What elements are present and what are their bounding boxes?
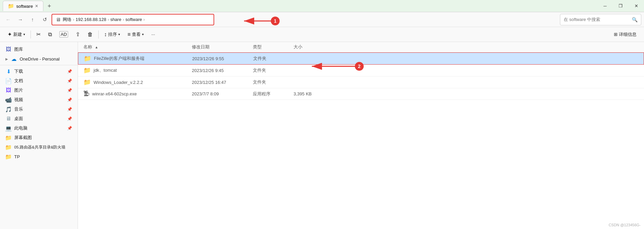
file-content: 名称 ▲ 修改日期 类型 大小 📁 FileZille的客户端和服务端 2023… [78,42,644,229]
sidebar-item-gallery[interactable]: 🖼 图库 [0,45,78,54]
sidebar-item-desktop[interactable]: 🖥 桌面 📌 [0,114,78,123]
search-icon: 🔍 [632,17,638,22]
paste-button[interactable]: AD [56,29,72,39]
file-name-winloader: 📁 Windows_Loader_v.2.2.2 [83,78,192,86]
watermark: CSDN @123456G- [609,223,641,227]
navigation-bar: ← → ↑ ↺ 🖥 网络 › 192.168.88.128 › share › … [0,12,644,27]
more-button[interactable]: ··· [148,30,158,39]
title-bar-left: 📁 software ✕ + [3,0,597,12]
active-tab[interactable]: 📁 software ✕ [3,1,43,11]
address-bar[interactable]: 🖥 网络 › 192.168.88.128 › share › software… [52,14,214,25]
forward-button[interactable]: → [15,14,26,25]
tab-folder-icon: 📁 [8,3,14,9]
onedrive-icon: ☁ [11,56,17,62]
sidebar-label-videos: 视频 [14,97,23,103]
sidebar-item-pictures[interactable]: 🖼 图片 📌 [0,86,78,95]
cut-button[interactable]: ✂ [33,29,44,39]
sidebar-item-screenshot[interactable]: 📁 屏幕截图 [0,133,78,142]
file-row-filezilla[interactable]: 📁 FileZille的客户端和服务端 2023/12/26 9:55 文件夹 [78,52,644,65]
header-type[interactable]: 类型 [253,44,294,50]
view-icon: ≡ [127,31,130,38]
header-size[interactable]: 大小 [294,44,327,50]
header-date[interactable]: 修改日期 [192,44,253,50]
sidebar-label-router: 05.路由器&共享目录&防火墙 [14,145,65,150]
breadcrumb-network: 网络 [63,17,72,23]
file-name-filezilla: 📁 FileZille的客户端和服务端 [84,55,192,62]
sidebar-item-router[interactable]: 📁 05.路由器&共享目录&防火墙 [0,142,78,152]
breadcrumb-sep-3: › [123,17,124,22]
tab-close-button[interactable]: ✕ [35,4,38,8]
tp-icon: 📁 [5,154,12,160]
delete-button[interactable]: 🗑 [84,30,96,39]
sidebar-label-download: 下载 [14,68,23,74]
videos-icon: 📹 [5,97,12,103]
detail-info-button[interactable]: ⊞ 详细信息 [610,30,640,39]
view-label: 查看 [132,31,141,38]
view-chevron-icon: ▾ [142,32,144,36]
back-button[interactable]: ← [3,14,14,25]
desktop-icon: 🖥 [5,116,12,122]
header-name[interactable]: 名称 ▲ [83,44,192,50]
share-button[interactable]: ⇪ [72,29,83,39]
sidebar-label-pictures: 图片 [14,87,23,93]
screenshot-icon: 📁 [5,135,12,141]
address-computer-icon: 🖥 [56,17,61,22]
file-size-winrar: 3,395 KB [294,91,327,96]
sidebar-item-documents[interactable]: 📄 文档 📌 [0,76,78,86]
file-date-winloader: 2023/12/25 16:47 [192,80,253,85]
sort-button[interactable]: ↕ 排序 ▾ [101,30,123,39]
file-row-winloader[interactable]: 📁 Windows_Loader_v.2.2.2 2023/12/25 16:4… [78,76,644,88]
view-button[interactable]: ≡ 查看 ▾ [124,30,147,39]
breadcrumb-sep-1: › [73,17,74,22]
folder-icon-winloader: 📁 [83,78,91,86]
music-icon: 🎵 [5,106,12,112]
detail-info-icon: ⊞ [614,32,618,37]
file-date-winrar: 2023/7/7 8:09 [192,91,253,96]
copy-button[interactable]: ⧉ [45,30,55,39]
sidebar-item-music[interactable]: 🎵 音乐 📌 [0,105,78,114]
download-icon: ⬇ [5,68,12,74]
separator-1 [31,30,31,39]
pin-icon-download: 📌 [67,69,72,74]
sort-label: 排序 [108,31,117,38]
sidebar-label-thispc: 此电脑 [14,125,27,131]
search-box[interactable]: 🔍 [560,14,641,25]
title-bar: 📁 software ✕ + ─ ❐ ✕ [0,0,644,12]
breadcrumb-sep-4: › [143,17,145,22]
file-type-filezilla: 文件夹 [253,55,294,62]
up-button[interactable]: ↑ [27,14,38,25]
search-input[interactable] [564,17,630,22]
sidebar-label-documents: 文档 [14,78,23,84]
sidebar-item-thispc[interactable]: 💻 此电脑 📌 [0,123,78,133]
separator-2 [98,30,99,39]
new-button[interactable]: ✦ 新建 ▾ [4,29,28,39]
window-controls: ─ ❐ ✕ [597,0,644,12]
scissors-icon: ✂ [36,31,41,38]
sort-icon: ↕ [104,31,107,38]
refresh-button[interactable]: ↺ [39,14,50,25]
sidebar-divider-1 [0,65,78,65]
trash-icon: 🗑 [87,31,93,38]
breadcrumb-share: share [110,17,121,22]
pin-icon-pictures: 📌 [67,88,72,93]
minimize-button[interactable]: ─ [597,0,613,12]
file-row-winrar[interactable]: 🗜 winrar-x64-602scp.exe 2023/7/7 8:09 应用… [78,88,644,100]
sidebar-item-tp[interactable]: 📁 TP [0,152,78,161]
folder-icon-filezilla: 📁 [84,55,91,62]
sidebar-item-onedrive[interactable]: ▶ ☁ OneDrive - Personal [0,54,78,64]
file-date-jdk: 2023/12/26 9:45 [192,68,253,73]
sidebar-item-videos[interactable]: 📹 视频 📌 [0,95,78,105]
sort-name-icon: ▲ [95,45,98,49]
new-label: 新建 [13,31,22,38]
sidebar-item-download[interactable]: ⬇ 下载 📌 [0,67,78,76]
documents-icon: 📄 [5,78,12,84]
more-icon: ··· [151,32,155,37]
maximize-button[interactable]: ❐ [613,0,628,12]
file-row-jdk[interactable]: 📁 jdk、tomcat 2023/12/26 9:45 文件夹 [78,65,644,76]
sort-chevron-icon: ▾ [118,32,120,36]
copy-icon: ⧉ [48,31,52,38]
close-button[interactable]: ✕ [628,0,644,12]
sidebar-label-tp: TP [14,154,20,159]
new-tab-button[interactable]: + [43,0,55,12]
new-icon: ✦ [7,31,12,38]
